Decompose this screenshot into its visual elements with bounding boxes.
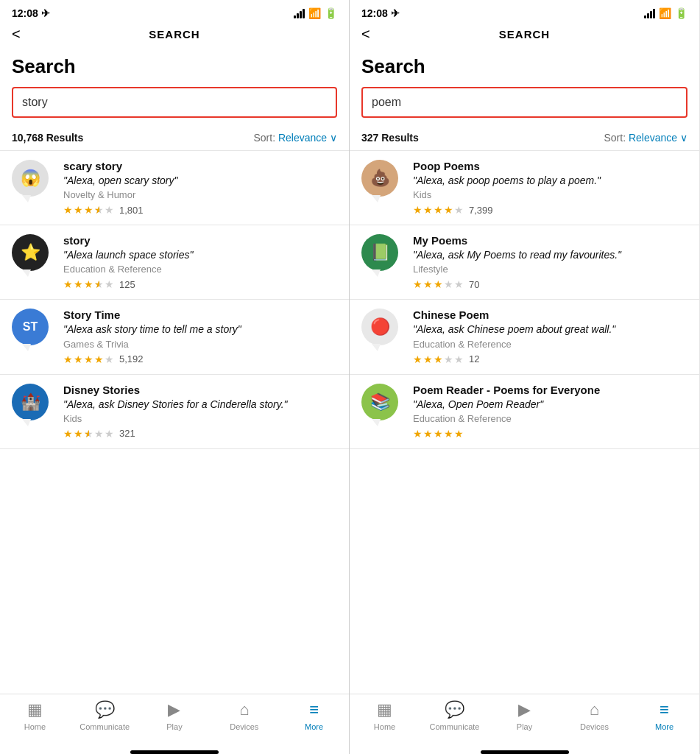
sort-value[interactable]: Relevance ∨ [278, 132, 337, 144]
status-icons: 📶 🔋 [294, 7, 337, 19]
skill-name: My Poems [413, 234, 687, 247]
status-time: 12:08 ✈ [361, 7, 400, 19]
search-heading: Search [12, 55, 337, 78]
back-button[interactable]: < [361, 26, 370, 43]
status-bar: 12:08 ✈ 📶 🔋 [0, 0, 349, 22]
star-full: ★ [413, 204, 423, 216]
star-full: ★ [84, 353, 93, 365]
skill-category: Kids [63, 413, 337, 424]
signal-icon [644, 9, 655, 18]
nav-item-more[interactable]: ≡ More [279, 700, 349, 731]
star-full: ★ [434, 428, 443, 440]
phones-container: 12:08 ✈ 📶 🔋 < SEARCH Search 10,768 R [0, 0, 700, 754]
star-full: ★ [434, 204, 443, 216]
skill-name: Poop Poems [413, 160, 687, 172]
skill-item[interactable]: 📚 Poem Reader - Poems for Everyone "Alex… [350, 375, 699, 449]
nav-icon-play: ▶ [168, 700, 180, 719]
skill-name: Story Time [63, 309, 337, 321]
nav-item-communicate[interactable]: 💬 Communicate [70, 700, 140, 731]
nav-label-play: Play [166, 722, 182, 731]
nav-item-devices[interactable]: ⌂ Devices [209, 700, 279, 731]
review-count: 125 [119, 279, 135, 290]
nav-item-communicate[interactable]: 💬 Communicate [420, 700, 489, 731]
home-indicator [130, 750, 219, 754]
nav-item-play[interactable]: ▶ Play [140, 700, 210, 731]
star-half: ★★ [94, 278, 104, 290]
skill-invocation: "Alexa, ask My Poems to read my favourit… [413, 248, 687, 261]
skill-item[interactable]: ⭐ story "Alexa launch space stories" Edu… [0, 225, 349, 300]
page-header: < SEARCH [350, 22, 699, 48]
skill-name: story [63, 234, 337, 247]
skill-info: Poop Poems "Alexa, ask poop poems to pla… [413, 160, 687, 216]
nav-label-home: Home [24, 722, 46, 731]
skill-item[interactable]: 💩 Poop Poems "Alexa, ask poop poems to p… [350, 151, 699, 225]
skill-item[interactable]: ST Story Time "Alexa ask story time to t… [0, 300, 349, 374]
battery-icon: 🔋 [325, 7, 337, 19]
star-empty: ★ [105, 428, 114, 440]
stars-row: ★★★★★★ 1,801 [63, 204, 337, 216]
results-count: 327 Results [361, 132, 419, 144]
nav-icon-home: ▦ [377, 700, 392, 719]
review-count: 321 [119, 428, 135, 439]
bottom-nav: ▦ Home 💬 Communicate ▶ Play ⌂ Devices ≡ … [350, 694, 699, 746]
skill-name: scary story [63, 160, 337, 172]
skill-icon: 💩 [361, 160, 404, 202]
star-empty: ★ [94, 428, 104, 440]
star-empty: ★ [454, 278, 464, 290]
star-full: ★ [413, 353, 423, 365]
skill-category: Novelty & Humor [63, 189, 337, 200]
star-half: ★★ [84, 428, 93, 440]
stars-row: ★★★★★ 7,399 [413, 204, 687, 216]
stars-row: ★★★★★ [413, 428, 687, 440]
nav-item-home[interactable]: ▦ Home [0, 700, 70, 731]
star-full: ★ [423, 353, 433, 365]
skill-name: Disney Stories [63, 384, 337, 396]
stars-row: ★★★★★ 12 [413, 353, 687, 365]
nav-item-devices[interactable]: ⌂ Devices [559, 700, 629, 731]
star-full: ★ [423, 428, 433, 440]
skill-category: Games & Trivia [63, 339, 337, 350]
stars-row: ★★★★★★ 321 [63, 428, 337, 440]
battery-icon: 🔋 [675, 7, 687, 19]
review-count: 5,192 [119, 353, 144, 364]
review-count: 12 [469, 353, 479, 364]
sort-value[interactable]: Relevance ∨ [629, 132, 687, 144]
search-input[interactable] [361, 87, 687, 118]
star-full: ★ [84, 204, 93, 216]
star-full: ★ [434, 353, 443, 365]
star-full: ★ [423, 204, 433, 216]
search-input[interactable] [12, 87, 337, 118]
skill-item[interactable]: 📗 My Poems "Alexa, ask My Poems to read … [350, 225, 699, 300]
star-full: ★ [444, 204, 453, 216]
nav-item-more[interactable]: ≡ More [629, 700, 699, 731]
skill-invocation: "Alexa, ask Chinese poem about great wal… [413, 323, 687, 336]
skill-name: Chinese Poem [413, 309, 687, 321]
nav-item-play[interactable]: ▶ Play [489, 700, 559, 731]
sort-control[interactable]: Sort: Relevance ∨ [604, 131, 687, 144]
skill-category: Education & Reference [413, 413, 687, 424]
nav-icon-communicate: 💬 [95, 700, 115, 719]
back-button[interactable]: < [12, 26, 21, 43]
nav-icon-communicate: 💬 [445, 700, 464, 719]
skill-item[interactable]: 🔴 Chinese Poem "Alexa, ask Chinese poem … [350, 300, 699, 374]
star-full: ★ [413, 428, 423, 440]
star-half: ★★ [94, 204, 104, 216]
nav-item-home[interactable]: ▦ Home [350, 700, 420, 731]
skill-info: Disney Stories "Alexa, ask Disney Storie… [63, 384, 337, 440]
nav-icon-more: ≡ [309, 700, 319, 719]
results-header: 327 Results Sort: Relevance ∨ [350, 124, 699, 151]
skill-item[interactable]: 🏰 Disney Stories "Alexa, ask Disney Stor… [0, 375, 349, 449]
review-count: 7,399 [469, 205, 493, 216]
wifi-icon: 📶 [659, 7, 671, 19]
status-bar: 12:08 ✈ 📶 🔋 [350, 0, 699, 22]
star-full: ★ [413, 278, 423, 290]
skill-list: 💩 Poop Poems "Alexa, ask poop poems to p… [350, 151, 699, 694]
skill-info: story "Alexa launch space stories" Educa… [63, 234, 337, 290]
star-empty: ★ [105, 204, 114, 216]
skill-item[interactable]: 😱 scary story "Alexa, open scary story" … [0, 151, 349, 225]
wifi-icon: 📶 [308, 7, 321, 19]
star-full: ★ [84, 278, 93, 290]
status-icons: 📶 🔋 [644, 7, 687, 19]
star-empty: ★ [105, 353, 114, 365]
sort-control[interactable]: Sort: Relevance ∨ [253, 131, 337, 144]
